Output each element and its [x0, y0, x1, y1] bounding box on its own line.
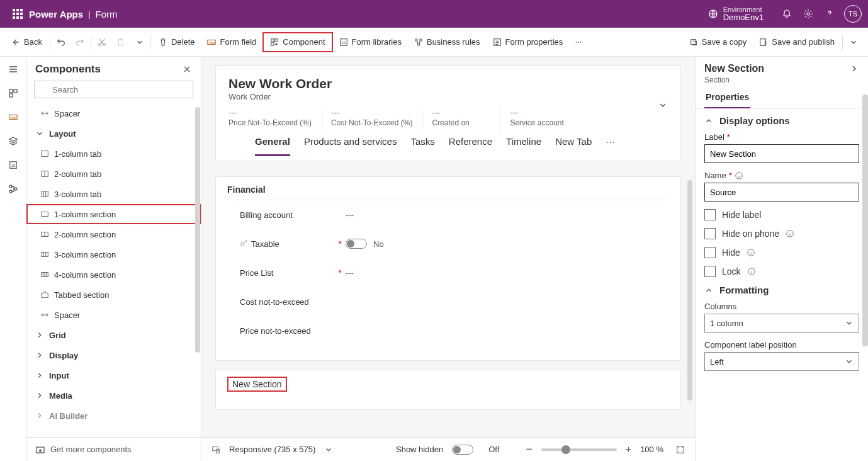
- delete-icon: [159, 38, 167, 47]
- tab-products[interactable]: Products and services: [304, 132, 397, 156]
- settings-icon[interactable]: [798, 3, 819, 25]
- show-hidden-off: Off: [488, 445, 499, 454]
- tab-general[interactable]: General: [255, 132, 290, 156]
- save-publish-button[interactable]: Save and publish: [753, 32, 841, 52]
- save-chevron[interactable]: [844, 32, 863, 52]
- 3-column-tab-item[interactable]: 3-column tab: [26, 184, 201, 204]
- header-field[interactable]: ---Cost Not-To-Exceed (%): [331, 108, 423, 132]
- 1-column-section-item[interactable]: 1-column section: [26, 204, 201, 224]
- 1-column-tab-item[interactable]: 1-column tab: [26, 144, 201, 164]
- component-button[interactable]: Component: [262, 32, 332, 52]
- avatar[interactable]: TS: [844, 5, 862, 23]
- delete-button[interactable]: Delete: [152, 32, 201, 52]
- info-icon[interactable]: [747, 248, 755, 257]
- responsive-label[interactable]: Responsive (735 x 575): [229, 445, 315, 454]
- taxable-field[interactable]: Taxable * No: [227, 229, 669, 258]
- chevron-right-icon[interactable]: [849, 64, 859, 74]
- info-icon[interactable]: [735, 171, 743, 180]
- zoom-minus[interactable]: −: [526, 443, 533, 456]
- show-hidden-toggle[interactable]: [452, 445, 473, 455]
- ai-builder-group[interactable]: AI Builder: [26, 406, 201, 426]
- tab-timeline[interactable]: Timeline: [506, 132, 541, 156]
- billing-field[interactable]: Billing account---: [227, 200, 669, 229]
- zoom-slider[interactable]: [541, 448, 617, 451]
- rail-fields-icon[interactable]: Abc: [6, 110, 21, 125]
- rail-js-icon[interactable]: JS: [6, 157, 21, 173]
- save-publish-icon: [759, 38, 768, 47]
- hide-label-checkbox[interactable]: Hide label: [704, 209, 859, 220]
- svg-rect-23: [14, 89, 17, 93]
- search-input[interactable]: [34, 81, 193, 98]
- 2-column-tab-item[interactable]: 2-column tab: [26, 164, 201, 184]
- header-field[interactable]: ---Service account: [510, 108, 579, 132]
- get-more-components[interactable]: Get more components: [26, 437, 201, 461]
- spacer-item-2[interactable]: Spacer: [26, 305, 201, 325]
- close-icon[interactable]: [182, 64, 192, 74]
- save-copy-button[interactable]: Save a copy: [683, 32, 753, 52]
- form-field-button[interactable]: AbcForm field: [201, 32, 262, 52]
- rail-tree-icon[interactable]: [6, 181, 21, 196]
- display-options-group[interactable]: Display options: [704, 115, 859, 126]
- price-nte-field[interactable]: Price not-to-exceed: [227, 316, 669, 345]
- undo-button[interactable]: [52, 32, 70, 52]
- hide-checkbox[interactable]: Hide: [704, 247, 859, 258]
- display-group[interactable]: Display: [26, 345, 201, 365]
- taxable-toggle[interactable]: [346, 239, 367, 249]
- new-section[interactable]: New Section: [215, 370, 681, 410]
- header-field[interactable]: ---Price Not-To-Exceed (%): [228, 108, 322, 132]
- 3-column-section-item[interactable]: 3-column section: [26, 244, 201, 265]
- header-field[interactable]: ---Created on: [432, 108, 501, 132]
- help-icon[interactable]: [819, 3, 840, 25]
- zoom-plus[interactable]: +: [626, 444, 631, 455]
- tab-new[interactable]: New Tab: [555, 132, 592, 156]
- layout-group[interactable]: Layout: [26, 123, 201, 144]
- header-chevron-icon[interactable]: [658, 100, 668, 110]
- label-input[interactable]: [704, 144, 859, 163]
- tab-tasks[interactable]: Tasks: [410, 132, 434, 156]
- responsive-icon: [211, 445, 220, 454]
- grid-group[interactable]: Grid: [26, 325, 201, 345]
- 2-column-section-item[interactable]: 2-column section: [26, 224, 201, 244]
- panel-scrollbar[interactable]: [195, 107, 200, 353]
- media-group[interactable]: Media: [26, 385, 201, 406]
- info-icon[interactable]: [747, 267, 756, 276]
- chevron-down-icon[interactable]: [324, 445, 333, 454]
- info-icon[interactable]: [786, 229, 794, 238]
- environment-picker[interactable]: Environment DemoEnv1: [708, 6, 764, 22]
- canvas-scrollbar[interactable]: [687, 180, 692, 401]
- rail-hamburger-icon[interactable]: [6, 62, 21, 77]
- tabbed-section-item[interactable]: Tabbed section: [26, 285, 201, 305]
- tab-reference[interactable]: Reference: [449, 132, 492, 156]
- input-group[interactable]: Input: [26, 365, 201, 385]
- props-scrollbar[interactable]: [862, 94, 868, 346]
- fit-icon[interactable]: [676, 445, 685, 454]
- overflow-button[interactable]: [569, 32, 588, 52]
- spacer-item[interactable]: Spacer: [26, 103, 201, 123]
- pricelist-field[interactable]: Price List*---: [227, 258, 669, 287]
- hide-phone-checkbox[interactable]: Hide on phone: [704, 228, 859, 239]
- paste-chevron[interactable]: [130, 32, 149, 52]
- rail-components-icon[interactable]: [6, 86, 21, 101]
- paste-button[interactable]: [111, 32, 130, 52]
- tab-overflow[interactable]: ⋯: [606, 132, 615, 156]
- waffle-icon[interactable]: [13, 9, 23, 19]
- columns-select[interactable]: 1 column: [704, 314, 859, 333]
- properties-tab[interactable]: Properties: [704, 88, 750, 108]
- formatting-group[interactable]: Formatting: [704, 285, 859, 295]
- form-properties-button[interactable]: Form properties: [487, 32, 570, 52]
- notifications-icon[interactable]: [776, 3, 798, 25]
- svg-rect-9: [275, 38, 278, 41]
- rail-layers-icon[interactable]: [6, 134, 21, 149]
- form-libraries-button[interactable]: JSForm libraries: [333, 32, 408, 52]
- name-input[interactable]: [704, 183, 859, 202]
- 4-column-section-item[interactable]: 4-column section: [26, 265, 201, 285]
- business-rules-button[interactable]: Business rules: [408, 32, 487, 52]
- cost-nte-field[interactable]: Cost not-to-exceed: [227, 287, 669, 316]
- clp-select[interactable]: Left: [704, 352, 859, 371]
- financial-section[interactable]: Financial Billing account--- Taxable * N…: [215, 176, 681, 361]
- form-entity: Work Order: [228, 92, 668, 101]
- lock-checkbox[interactable]: Lock: [704, 266, 859, 277]
- redo-button[interactable]: [70, 32, 89, 52]
- cut-button[interactable]: [93, 32, 111, 52]
- back-button[interactable]: Back: [5, 32, 48, 52]
